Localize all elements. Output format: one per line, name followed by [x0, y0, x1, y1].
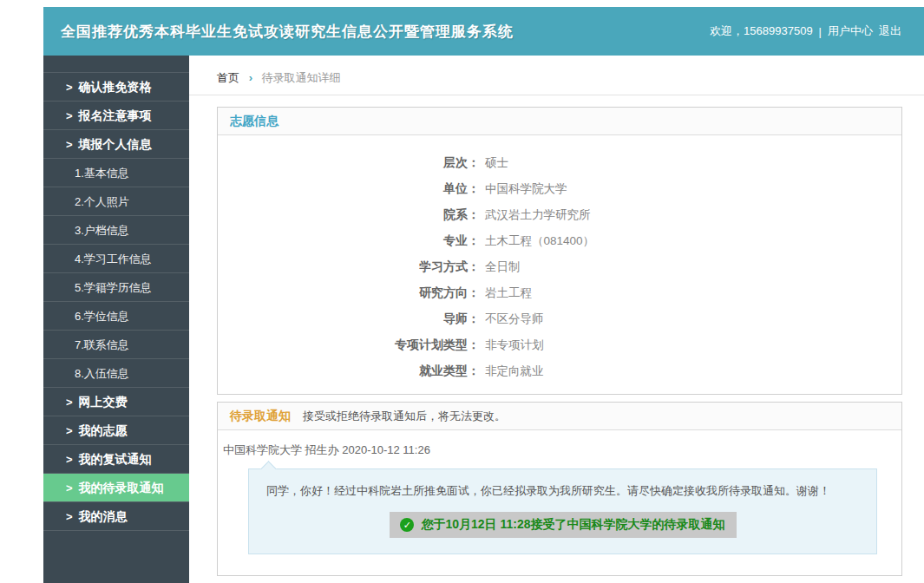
sidebar-item-basic-info[interactable]: 1.基本信息 — [43, 159, 189, 187]
sidebar-item-my-volunteer[interactable]: >我的志愿 — [43, 416, 189, 445]
field-value: 非定向就业 — [485, 364, 544, 377]
app-title: 全国推荐优秀本科毕业生免试攻读研究生信息公开暨管理服务系统 — [61, 22, 514, 42]
field-row-study-mode: 学习方式：全日制 — [218, 253, 901, 279]
field-row-major: 专业：土木工程（081400） — [218, 227, 901, 253]
check-circle-icon: ✓ — [400, 518, 414, 532]
field-value: 中国科学院大学 — [485, 182, 567, 195]
field-row-research-direction: 研究方向：岩土工程 — [218, 279, 901, 305]
field-label: 院系： — [218, 201, 480, 227]
field-value: 硕士 — [485, 156, 508, 169]
field-value: 武汉岩土力学研究所 — [485, 208, 591, 221]
sidebar-item-label: 2.个人照片 — [75, 195, 129, 208]
chevron-icon: > — [66, 453, 73, 466]
notice-panel-header: 待录取通知 接受或拒绝待录取通知后，将无法更改。 — [218, 403, 901, 430]
field-value: 土木工程（081400） — [485, 234, 594, 247]
sidebar-item-personal-info[interactable]: >填报个人信息 — [43, 130, 189, 159]
volunteer-panel-title: 志愿信息 — [230, 114, 279, 128]
sidebar-item-label: 填报个人信息 — [79, 137, 152, 151]
field-label: 学习方式： — [218, 253, 480, 279]
sidebar-item-contact-info[interactable]: 7.联系信息 — [43, 331, 189, 359]
field-label: 专业： — [218, 227, 480, 253]
volunteer-panel-header: 志愿信息 — [218, 108, 901, 135]
volunteer-panel-body: 层次：硕士 单位：中国科学院大学 院系：武汉岩土力学研究所 专业：土木工程（08… — [218, 135, 901, 394]
chevron-icon: > — [66, 424, 73, 437]
content-area: 首页 › 待录取通知详细 志愿信息 层次：硕士 单位：中国科学院大学 — [189, 56, 924, 583]
user-box: 欢迎，15689937509 | 用户中心 退出 — [710, 23, 901, 39]
sidebar-item-degree-info[interactable]: 6.学位信息 — [43, 302, 189, 331]
notice-panel-title: 待录取通知 — [230, 409, 291, 423]
sidebar-item-my-messages[interactable]: >我的消息 — [43, 502, 189, 531]
sidebar-item-my-retest-notice[interactable]: >我的复试通知 — [43, 445, 189, 474]
page-frame: 全国推荐优秀本科毕业生免试攻读研究生信息公开暨管理服务系统 欢迎，1568993… — [43, 7, 924, 583]
field-row-department: 院系：武汉岩土力学研究所 — [218, 201, 901, 227]
sidebar-spacer — [43, 56, 189, 73]
field-label: 层次： — [218, 149, 480, 175]
field-value: 不区分导师 — [485, 312, 544, 325]
sidebar-item-label: 报名注意事项 — [79, 108, 152, 122]
field-row-special-plan: 专项计划类型：非专项计划 — [218, 331, 901, 357]
sidebar-item-student-status-education[interactable]: 5.学籍学历信息 — [43, 273, 189, 302]
field-label: 研究方向： — [218, 279, 480, 305]
breadcrumb-home-link[interactable]: 首页 — [217, 71, 239, 84]
field-value: 岩土工程 — [485, 286, 532, 299]
user-center-link[interactable]: 用户中心 — [828, 23, 873, 39]
notice-message-text: 同学，你好！经过中科院岩土所推免面试，你已经拟录取为我所研究生。请尽快确定接收我… — [266, 483, 859, 499]
main-layout: >确认推免资格 >报名注意事项 >填报个人信息 1.基本信息 2.个人照片 3.… — [43, 56, 924, 583]
notice-message-bubble: 同学，你好！经过中科院岩土所推免面试，你已经拟录取为我所研究生。请尽快确定接收我… — [248, 468, 877, 554]
breadcrumb-current: 待录取通知详细 — [262, 71, 341, 84]
breadcrumb: 首页 › 待录取通知详细 — [189, 56, 924, 95]
sidebar-item-label: 我的消息 — [79, 509, 128, 523]
sidebar-item-online-payment[interactable]: >网上交费 — [43, 388, 189, 416]
accept-status-text: 您于10月12日 11:28接受了中国科学院大学的待录取通知 — [421, 517, 724, 533]
sidebar-item-my-admission-notice[interactable]: >我的待录取通知 — [43, 474, 189, 502]
panels-wrap: 志愿信息 层次：硕士 单位：中国科学院大学 院系：武汉岩土力学研究所 — [189, 95, 924, 576]
logout-link[interactable]: 退出 — [879, 23, 901, 39]
field-label: 导师： — [218, 305, 480, 331]
sidebar-item-label: 6.学位信息 — [75, 310, 129, 323]
field-value: 全日制 — [485, 260, 521, 273]
sidebar-item-label: 3.户档信息 — [75, 224, 129, 237]
sidebar-item-label: 4.学习工作信息 — [75, 252, 152, 265]
chevron-icon: > — [66, 138, 73, 151]
notice-sender: 中国科学院大学 招生办 2020-10-12 11:26 — [218, 442, 901, 458]
sidebar-item-label: 我的待录取通知 — [79, 481, 164, 495]
field-row-employment-type: 就业类型：非定向就业 — [218, 357, 901, 383]
sidebar-item-label: 7.联系信息 — [75, 338, 129, 351]
chevron-icon: > — [66, 396, 73, 409]
sidebar: >确认推免资格 >报名注意事项 >填报个人信息 1.基本信息 2.个人照片 3.… — [43, 56, 189, 583]
sidebar-item-military-info[interactable]: 8.入伍信息 — [43, 359, 189, 388]
sidebar-item-study-work-info[interactable]: 4.学习工作信息 — [43, 245, 189, 273]
chevron-icon: > — [66, 81, 73, 94]
field-label: 单位： — [218, 175, 480, 201]
sidebar-item-label: 网上交费 — [79, 395, 128, 409]
field-label: 专项计划类型： — [218, 331, 480, 357]
sidebar-item-photo[interactable]: 2.个人照片 — [43, 187, 189, 216]
chevron-icon: > — [66, 109, 73, 122]
sidebar-item-confirm-qualification[interactable]: >确认推免资格 — [43, 73, 189, 102]
notice-panel-body: 中国科学院大学 招生办 2020-10-12 11:26 同学，你好！经过中科院… — [218, 430, 901, 575]
field-row-level: 层次：硕士 — [218, 149, 901, 175]
accept-status-bar: ✓ 您于10月12日 11:28接受了中国科学院大学的待录取通知 — [390, 512, 737, 538]
chevron-icon: > — [66, 481, 73, 495]
welcome-text: 欢迎，15689937509 — [710, 23, 813, 39]
volunteer-info-panel: 志愿信息 层次：硕士 单位：中国科学院大学 院系：武汉岩土力学研究所 — [217, 107, 902, 395]
sidebar-item-label: 8.入伍信息 — [75, 367, 129, 380]
sidebar-item-household-archive[interactable]: 3.户档信息 — [43, 216, 189, 245]
sidebar-item-registration-notes[interactable]: >报名注意事项 — [43, 102, 189, 130]
breadcrumb-separator-icon: › — [249, 71, 252, 84]
notice-panel-note: 接受或拒绝待录取通知后，将无法更改。 — [303, 409, 506, 423]
sidebar-item-label: 1.基本信息 — [75, 167, 129, 180]
field-label: 就业类型： — [218, 357, 480, 383]
field-value: 非专项计划 — [485, 338, 544, 351]
divider: | — [819, 25, 822, 38]
field-row-university: 单位：中国科学院大学 — [218, 175, 901, 201]
sidebar-item-label: 我的志愿 — [79, 423, 128, 437]
field-row-supervisor: 导师：不区分导师 — [218, 305, 901, 331]
admission-notice-panel: 待录取通知 接受或拒绝待录取通知后，将无法更改。 中国科学院大学 招生办 202… — [217, 402, 902, 576]
sidebar-item-label: 5.学籍学历信息 — [75, 281, 152, 294]
sidebar-item-label: 确认推免资格 — [79, 80, 152, 94]
chevron-icon: > — [66, 510, 73, 523]
sidebar-item-label: 我的复试通知 — [79, 452, 152, 466]
app-header: 全国推荐优秀本科毕业生免试攻读研究生信息公开暨管理服务系统 欢迎，1568993… — [43, 7, 924, 56]
